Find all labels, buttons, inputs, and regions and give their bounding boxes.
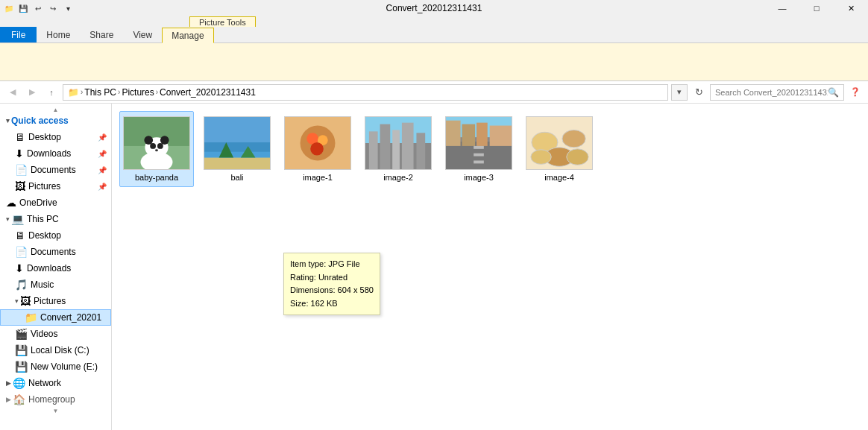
svg-point-8 — [155, 149, 158, 151]
path-pictures[interactable]: Pictures — [122, 87, 154, 98]
file-name-image1: image-1 — [303, 173, 333, 182]
svg-point-19 — [310, 142, 324, 156]
search-icon: 🔍 — [828, 87, 839, 98]
desktop-icon: 🖥 — [15, 131, 25, 143]
ribbon-content — [0, 43, 868, 80]
file-name-bali: bali — [230, 173, 243, 182]
pictures-icon: 🖼 — [15, 180, 25, 192]
qat-undo[interactable]: ↩ — [31, 1, 45, 15]
documents-icon-2: 📄 — [15, 246, 28, 258]
nav-forward[interactable]: ▶ — [24, 84, 40, 101]
sidebar-item-local-disk[interactable]: 💾 Local Disk (C:) — [0, 342, 111, 358]
file-thumbnail-image4 — [526, 116, 593, 170]
svg-rect-23 — [380, 124, 391, 170]
file-thumbnail-image2 — [365, 116, 432, 170]
sidebar-item-documents-pc[interactable]: 📄 Documents — [0, 244, 111, 260]
file-item-image3[interactable]: image-3 — [441, 111, 516, 187]
address-path[interactable]: 📁 › This PC › Pictures › Convert_2020123… — [63, 84, 668, 101]
disk-c-icon: 💾 — [15, 344, 28, 356]
sidebar-item-this-pc[interactable]: ▾ 💻 This PC — [0, 211, 111, 227]
sidebar-section-quick-access[interactable]: ▾ Quick access — [0, 113, 111, 129]
folder-icon: 📁 — [25, 312, 37, 323]
videos-icon: 🎬 — [15, 328, 28, 340]
sidebar-item-onedrive[interactable]: ☁ OneDrive — [0, 195, 111, 211]
expand-icon: ▾ — [6, 117, 10, 124]
file-name-baby-panda: baby-panda — [135, 173, 178, 182]
tab-file[interactable]: File — [0, 27, 37, 42]
file-thumbnail-image3 — [445, 116, 512, 170]
app-icon: 📁 — [3, 2, 15, 14]
sidebar-item-desktop-pc[interactable]: 🖥 Desktop — [0, 227, 111, 244]
sidebar-item-new-volume[interactable]: 💾 New Volume (E:) — [0, 358, 111, 375]
file-name-image2: image-2 — [383, 173, 413, 182]
maximize-button[interactable]: □ — [799, 0, 834, 16]
download-icon: ⬇ — [15, 148, 24, 159]
title-bar: 📁 💾 ↩ ↪ ▾ Convert_202012311431 — □ ✕ — [0, 0, 868, 16]
file-item-bali[interactable]: bali — [200, 111, 274, 187]
path-this-pc[interactable]: This PC — [84, 87, 116, 98]
svg-rect-26 — [416, 133, 425, 169]
pictures-icon-2: 🖼 — [20, 295, 31, 307]
sidebar-item-downloads-pc[interactable]: ⬇ Downloads — [0, 260, 111, 276]
pictures-expand: ▾ — [15, 297, 19, 305]
content-area: baby-panda bali — [112, 104, 868, 430]
search-box[interactable]: 🔍 — [710, 84, 844, 101]
files-grid: baby-panda bali — [119, 111, 861, 187]
sidebar-item-pictures-pc[interactable]: ▾ 🖼 Pictures — [0, 293, 111, 309]
music-icon: 🎵 — [15, 279, 28, 291]
tab-home[interactable]: Home — [37, 27, 80, 42]
file-item-image1[interactable]: image-1 — [280, 111, 355, 187]
ribbon-tabs: File Home Share View Manage — [0, 27, 868, 43]
help-button[interactable]: ❓ — [847, 84, 864, 101]
pin-icon-4: 📌 — [98, 183, 107, 191]
svg-point-41 — [531, 150, 551, 165]
qat-save[interactable]: 💾 — [16, 1, 30, 15]
tooltip-line-2: Rating: Unrated — [290, 271, 374, 285]
nav-back[interactable]: ◀ — [4, 84, 21, 101]
sidebar-item-pictures-qa[interactable]: 🖼 Pictures 📌 — [0, 178, 111, 195]
sidebar-item-downloads-qa[interactable]: ⬇ Downloads 📌 — [0, 145, 111, 162]
close-button[interactable]: ✕ — [834, 0, 868, 16]
file-item-baby-panda[interactable]: baby-panda — [119, 111, 194, 187]
svg-rect-34 — [474, 146, 484, 149]
svg-point-6 — [150, 143, 156, 149]
file-item-image2[interactable]: image-2 — [361, 111, 435, 187]
network-icon: 🌐 — [13, 377, 25, 389]
svg-point-5 — [160, 136, 169, 145]
sidebar-item-convert-folder[interactable]: 📁 Convert_20201 — [0, 309, 111, 326]
sidebar-item-documents-qa[interactable]: 📄 Documents 📌 — [0, 162, 111, 178]
tab-view[interactable]: View — [123, 27, 162, 42]
ribbon: Picture Tools File Home Share View Manag… — [0, 16, 868, 81]
qat-redo[interactable]: ↪ — [46, 1, 60, 15]
svg-rect-35 — [474, 154, 484, 156]
sidebar-item-music[interactable]: 🎵 Music — [0, 276, 111, 293]
sidebar-scroll-up[interactable]: ▲ — [0, 107, 111, 113]
path-folder[interactable]: Convert_202012311431 — [160, 87, 256, 98]
window-controls: — □ ✕ — [765, 0, 868, 16]
svg-point-4 — [144, 136, 153, 145]
svg-point-7 — [157, 143, 163, 149]
tab-share[interactable]: Share — [80, 27, 123, 42]
window-title: Convert_202012311431 — [386, 3, 482, 13]
nav-up[interactable]: ↑ — [43, 84, 60, 101]
svg-rect-30 — [446, 121, 461, 146]
sidebar-item-homegroup[interactable]: ▶ 🏠 Homegroup — [0, 391, 111, 408]
pin-icon-2: 📌 — [98, 150, 107, 158]
svg-rect-12 — [204, 158, 270, 170]
qat-dropdown[interactable]: ▾ — [61, 1, 75, 15]
address-dropdown[interactable]: ▾ — [671, 84, 688, 101]
sidebar: ▲ ▾ Quick access 🖥 Desktop 📌 ⬇ Downloads… — [0, 104, 112, 430]
picture-tools-label: Picture Tools — [189, 16, 256, 27]
file-item-image4[interactable]: image-4 — [522, 111, 597, 187]
refresh-button[interactable]: ↻ — [691, 84, 707, 101]
documents-icon: 📄 — [15, 164, 28, 176]
search-input[interactable] — [715, 88, 828, 97]
sidebar-item-network[interactable]: ▶ 🌐 Network — [0, 375, 111, 391]
sidebar-item-videos[interactable]: 🎬 Videos — [0, 326, 111, 342]
sidebar-scroll-down[interactable]: ▼ — [0, 408, 111, 414]
minimize-button[interactable]: — — [765, 0, 799, 16]
sidebar-item-desktop-qa[interactable]: 🖥 Desktop 📌 — [0, 129, 111, 145]
tab-manage[interactable]: Manage — [162, 28, 213, 43]
svg-rect-33 — [490, 126, 512, 146]
this-pc-expand: ▾ — [6, 215, 10, 223]
